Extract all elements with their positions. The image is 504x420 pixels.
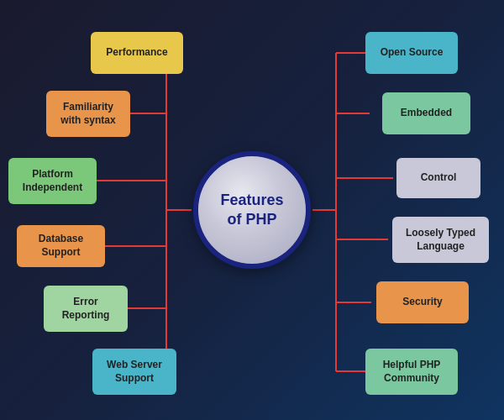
feature-security: Security (376, 281, 469, 323)
feature-control: Control (396, 158, 480, 198)
feature-loosely-typed: Loosely TypedLanguage (392, 217, 489, 263)
feature-performance: Performance (91, 32, 183, 74)
feature-error-reporting: ErrorReporting (44, 286, 128, 332)
feature-database: DatabaseSupport (17, 225, 105, 267)
feature-familiarity: Familiaritywith syntax (46, 91, 130, 137)
php-features-diagram: Features of PHP Performance Familiarityw… (0, 0, 504, 420)
feature-webserver-support: Web ServerSupport (92, 349, 176, 395)
feature-platform: PlatformIndependent (8, 158, 97, 204)
feature-open-source: Open Source (365, 32, 458, 74)
center-circle: Features of PHP (193, 151, 311, 269)
feature-helpful-community: Helpful PHPCommunity (365, 349, 458, 395)
feature-embedded: Embedded (382, 92, 470, 134)
center-title: Features of PHP (220, 191, 283, 230)
